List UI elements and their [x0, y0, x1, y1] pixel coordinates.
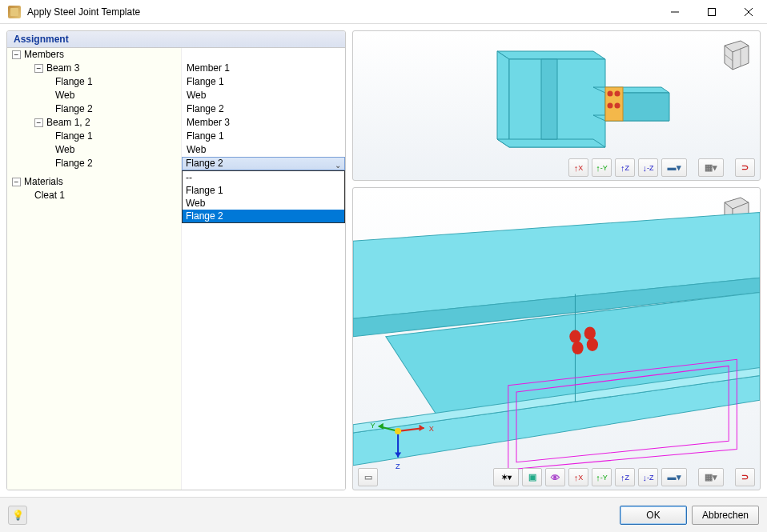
- window-controls: [657, 0, 767, 23]
- tree-label: Flange 2: [55, 158, 93, 169]
- titlebar: Apply Steel Joint Template: [0, 0, 767, 24]
- tree-column-structure: −Members −Beam 3 Flange 1 Web Flange 2 −…: [7, 48, 182, 490]
- tree-area: −Members −Beam 3 Flange 1 Web Flange 2 −…: [7, 48, 345, 490]
- view-magnet-button[interactable]: ⊃: [735, 468, 755, 486]
- cancel-button[interactable]: Abbrechen: [692, 506, 759, 525]
- svg-point-34: [584, 326, 596, 339]
- value-beam3-flange1[interactable]: Flange 1: [182, 75, 345, 89]
- svg-marker-10: [497, 51, 605, 59]
- svg-rect-1: [709, 8, 716, 15]
- dropdown-option-web[interactable]: Web: [183, 197, 344, 210]
- value-beam3-web[interactable]: Web: [182, 89, 345, 102]
- svg-text:X: X: [429, 425, 434, 433]
- svg-point-36: [587, 338, 598, 351]
- viewport-bottom-toolbar: ✶▾ ▣ 👁 ↑X ↑-Y ↑Z ↓-Z ▬▾ ▦▾ ⊃: [493, 468, 755, 486]
- view-axes-button[interactable]: ✶▾: [493, 468, 519, 486]
- view-x-button[interactable]: ↑X: [568, 158, 588, 177]
- svg-point-21: [608, 103, 613, 109]
- tree-node-beam12-flange2[interactable]: Flange 2: [7, 157, 181, 170]
- svg-point-22: [615, 103, 620, 109]
- value-beam12-member[interactable]: Member 3: [182, 116, 345, 130]
- view-z-button[interactable]: ↑Z: [615, 158, 635, 177]
- tree-label: Flange 1: [55, 76, 93, 87]
- combo-value: Flange 2: [186, 157, 223, 170]
- dropdown-option-blank[interactable]: --: [183, 171, 344, 184]
- view-eye-button[interactable]: 👁: [545, 468, 565, 486]
- tree-node-beam12-flange1[interactable]: Flange 1: [7, 130, 181, 143]
- tree-label: Flange 2: [55, 103, 93, 114]
- lightbulb-icon: 💡: [12, 510, 24, 521]
- collapse-icon[interactable]: −: [34, 64, 43, 73]
- tree-label: Flange 1: [55, 130, 93, 142]
- dropdown-option-flange2[interactable]: Flange 2: [183, 210, 344, 222]
- tree-label: Materials: [24, 176, 63, 187]
- view-wireframe-button[interactable]: ▦▾: [698, 468, 724, 486]
- svg-marker-14: [541, 59, 557, 139]
- view-minus-y-button[interactable]: ↑-Y: [592, 158, 612, 177]
- view-minus-z-button[interactable]: ↓-Z: [638, 468, 658, 486]
- view-extra-button[interactable]: ▭: [358, 468, 378, 486]
- tree-label: Web: [55, 90, 74, 101]
- hint-bulb-button[interactable]: 💡: [8, 506, 27, 525]
- view-magnet-button[interactable]: ⊃: [735, 158, 755, 177]
- svg-marker-13: [497, 139, 605, 147]
- tree-node-beam3-web[interactable]: Web: [7, 89, 181, 102]
- value-beam12-flange2-combo[interactable]: Flange 2 ⌄: [182, 157, 345, 170]
- footer: 💡 OK Abbrechen: [0, 497, 767, 532]
- orientation-cube-icon[interactable]: [717, 38, 752, 73]
- value-beam12-web[interactable]: Web: [182, 143, 345, 157]
- window-title: Apply Steel Joint Template: [27, 6, 657, 18]
- view-iso-button[interactable]: ▬▾: [661, 468, 687, 486]
- svg-marker-11: [497, 51, 509, 147]
- value-beam3-member[interactable]: Member 1: [182, 62, 345, 75]
- value-beam12-flange1[interactable]: Flange 1: [182, 130, 345, 143]
- svg-point-33: [569, 330, 580, 342]
- svg-marker-15: [593, 87, 669, 93]
- svg-point-20: [615, 91, 620, 97]
- collapse-icon[interactable]: −: [12, 50, 21, 59]
- viewport-bottom[interactable]: X Y Z ▭ ✶▾ ▣ 👁 ↑X ↑-Y ↑Z ↓-Z ▬▾: [352, 187, 761, 490]
- viewport-top[interactable]: ↑X ↑-Y ↑Z ↓-Z ▬▾ ▦▾ ⊃: [352, 30, 761, 181]
- collapse-icon[interactable]: −: [12, 178, 21, 186]
- tree-node-beam12[interactable]: −Beam 1, 2: [7, 116, 181, 130]
- view-iso-button[interactable]: ▬▾: [661, 158, 687, 177]
- steel-joint-render-top: [449, 43, 673, 155]
- view-x-button[interactable]: ↑X: [568, 468, 588, 486]
- tree-node-members[interactable]: −Members: [7, 48, 181, 62]
- maximize-button[interactable]: [693, 0, 730, 23]
- close-button[interactable]: [730, 0, 767, 23]
- ok-button[interactable]: OK: [620, 506, 687, 525]
- tree-node-cleat1[interactable]: Cleat 1: [7, 189, 181, 202]
- tree-node-beam3-flange1[interactable]: Flange 1: [7, 75, 181, 89]
- tree-node-beam12-web[interactable]: Web: [7, 143, 181, 157]
- tree-label: Web: [55, 144, 74, 155]
- tree-column-values: Member 1 Flange 1 Web Flange 2 Member 3 …: [182, 48, 345, 490]
- view-z-button[interactable]: ↑Z: [615, 468, 635, 486]
- tree-label: Beam 1, 2: [46, 117, 90, 128]
- view-fit-button[interactable]: ▣: [522, 468, 542, 486]
- tree-label: Members: [24, 49, 64, 60]
- flange-dropdown[interactable]: -- Flange 1 Web Flange 2: [182, 170, 345, 223]
- tree-label: Beam 3: [46, 62, 79, 74]
- svg-marker-4: [725, 41, 749, 70]
- svg-text:Z: Z: [396, 462, 400, 470]
- svg-point-48: [395, 428, 401, 434]
- dropdown-option-flange1[interactable]: Flange 1: [183, 184, 344, 197]
- value-beam3-flange2[interactable]: Flange 2: [182, 102, 345, 116]
- panel-header: Assignment: [7, 31, 345, 48]
- minimize-button[interactable]: [657, 0, 693, 23]
- viewport-bottom-toolbar-left: ▭: [358, 468, 378, 486]
- view-wireframe-button[interactable]: ▦▾: [698, 158, 724, 177]
- steel-joint-render-bottom: X Y Z: [353, 188, 760, 482]
- tree-node-beam3[interactable]: −Beam 3: [7, 62, 181, 75]
- svg-point-19: [608, 91, 613, 97]
- view-minus-z-button[interactable]: ↓-Z: [638, 158, 658, 177]
- tree-node-materials[interactable]: −Materials: [7, 175, 181, 189]
- tree-label: Cleat 1: [34, 190, 65, 201]
- tree-node-beam3-flange2[interactable]: Flange 2: [7, 102, 181, 116]
- svg-text:Y: Y: [370, 422, 375, 430]
- svg-point-35: [572, 342, 583, 354]
- view-minus-y-button[interactable]: ↑-Y: [592, 468, 612, 486]
- viewport-top-toolbar: ↑X ↑-Y ↑Z ↓-Z ▬▾ ▦▾ ⊃: [568, 158, 755, 177]
- collapse-icon[interactable]: −: [34, 118, 43, 127]
